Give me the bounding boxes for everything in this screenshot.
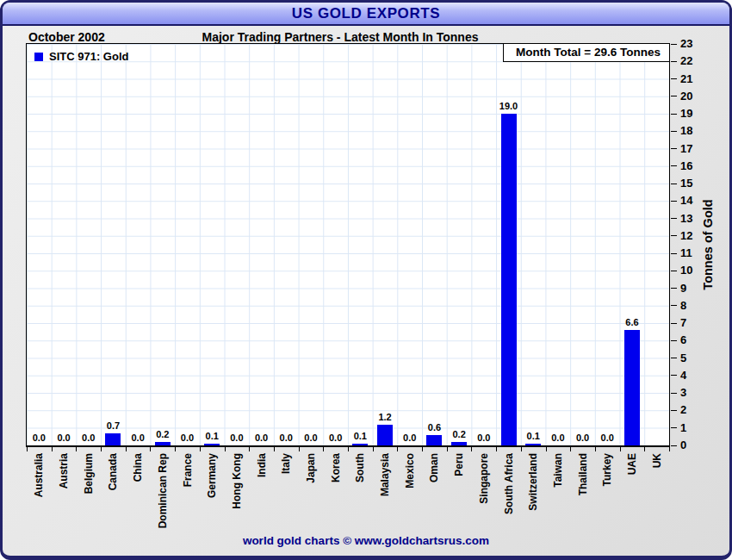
x-tick [422, 447, 423, 451]
y-tick [671, 44, 677, 45]
y-tick [671, 410, 677, 411]
x-category-label: Korea [330, 453, 342, 482]
y-tick-label: 22 [680, 54, 692, 68]
bar-value-label: 0.2 [156, 429, 169, 439]
y-tick-label: 21 [680, 72, 692, 86]
y-tick-label: 5 [680, 352, 686, 365]
x-tick [52, 447, 53, 451]
bar-value-label: 0.2 [452, 429, 465, 439]
y-tick [671, 445, 677, 446]
x-category-label: South Africa [503, 453, 515, 514]
bar-dominican-rep [155, 442, 171, 445]
x-category-label: Peru [453, 453, 465, 476]
x-category-label: UK [651, 453, 663, 468]
y-tick-label: 6 [680, 333, 686, 347]
y-tick-label: 12 [680, 229, 692, 243]
x-category-label: Switzerland [527, 453, 539, 511]
footer-credit: world gold charts © www.goldchartsrus.co… [3, 534, 729, 547]
bar-value-label: 0.0 [304, 432, 317, 443]
x-category-label: UAE [626, 453, 638, 475]
bar-oman [426, 435, 442, 445]
bar-value-label: 0.0 [82, 432, 95, 443]
y-tick-label: 17 [680, 142, 692, 156]
y-tick-label: 20 [680, 90, 692, 103]
legend-label: SITC 971: Gold [49, 50, 128, 63]
page-title: US GOLD EXPORTS [292, 5, 440, 22]
y-tick-label: 8 [680, 299, 686, 313]
x-category-label: Dominican Rep [157, 453, 169, 528]
x-category-label: Turkey [601, 453, 613, 486]
legend-swatch-icon [34, 53, 43, 61]
x-category-label: Austria [58, 453, 70, 488]
bar-value-label: 0.0 [601, 432, 614, 443]
x-tick [521, 447, 522, 451]
bar-value-label: 0.0 [33, 432, 46, 443]
bar-value-label: 0.0 [329, 432, 342, 443]
bar-south [352, 444, 368, 445]
x-tick [348, 447, 349, 451]
x-tick [546, 447, 547, 451]
x-category-label: China [132, 453, 144, 482]
y-tick [671, 358, 677, 358]
y-tick [671, 184, 677, 184]
x-category-label: Germany [206, 453, 218, 498]
y-tick-label: 13 [680, 212, 692, 226]
y-tick [671, 165, 677, 166]
y-tick-label: 16 [680, 159, 692, 173]
x-category-label: South [354, 453, 366, 482]
y-tick [671, 427, 677, 428]
x-tick [175, 447, 176, 451]
y-tick-label: 23 [680, 37, 692, 51]
y-tick [671, 218, 677, 219]
x-tick [620, 447, 621, 451]
y-tick-label: 15 [680, 177, 692, 190]
y-tick [671, 78, 677, 79]
y-tick-label: 1 [680, 421, 686, 435]
y-tick-label: 14 [680, 194, 692, 208]
x-tick [200, 447, 201, 451]
bar-value-label: 0.0 [255, 432, 268, 443]
x-tick [471, 447, 472, 451]
y-tick [671, 393, 677, 394]
y-tick-label: 7 [680, 316, 686, 330]
y-tick-label: 11 [680, 246, 692, 260]
y-tick-label: 0 [680, 439, 686, 452]
bar-value-label: 19.0 [499, 101, 518, 111]
bar-south-africa [501, 114, 517, 445]
y-tick [671, 305, 677, 306]
x-tick [669, 447, 670, 451]
bar-value-label: 0.1 [354, 431, 367, 441]
y-tick-label: 2 [680, 403, 686, 417]
bar-value-label: 1.2 [378, 412, 391, 422]
bar-value-label: 0.0 [280, 432, 293, 443]
bar-uae [624, 330, 640, 445]
bar-value-label: 0.6 [428, 422, 441, 432]
x-category-label: Japan [305, 453, 317, 483]
x-tick [323, 447, 324, 451]
plot-area: SITC 971: Gold Month Total = 29.6 Tonnes… [26, 43, 670, 447]
x-tick [249, 447, 250, 451]
y-tick [671, 288, 677, 289]
x-tick [76, 447, 77, 451]
x-tick [101, 447, 102, 451]
y-tick [671, 253, 677, 254]
y-tick [671, 61, 677, 62]
y-tick [671, 201, 677, 202]
y-tick-label: 4 [680, 369, 686, 383]
x-tick [126, 447, 127, 451]
bar-value-label: 0.1 [206, 431, 219, 441]
bar-value-label: 0.0 [230, 432, 243, 443]
legend: SITC 971: Gold [34, 50, 128, 63]
x-tick [373, 447, 374, 451]
bar-value-label: 0.1 [527, 431, 540, 441]
y-tick [671, 235, 677, 236]
y-tick-label: 3 [680, 386, 686, 400]
x-tick [274, 447, 275, 451]
x-category-label: India [256, 453, 268, 477]
y-tick-label: 10 [680, 264, 692, 277]
bar-value-label: 0.0 [403, 432, 416, 443]
y-tick [671, 375, 677, 376]
x-tick [397, 447, 398, 451]
bar-malaysia [377, 425, 393, 445]
bar-value-label: 0.0 [551, 432, 564, 443]
